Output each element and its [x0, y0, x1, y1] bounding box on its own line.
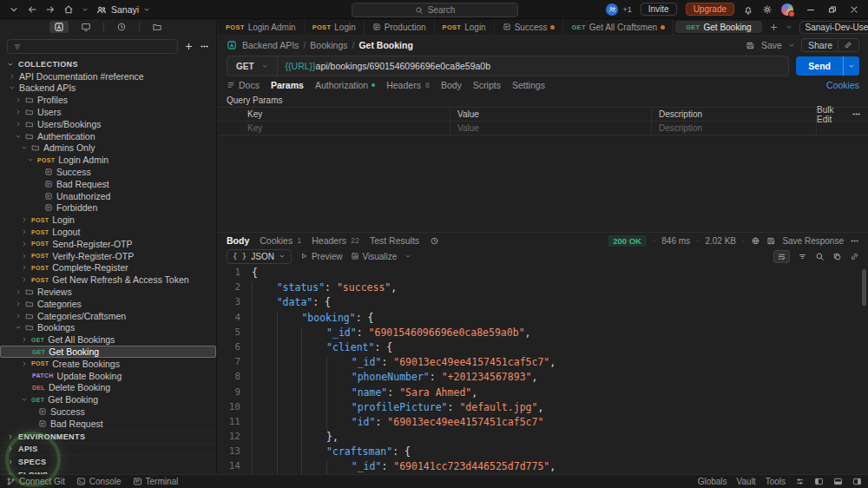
- tree-item[interactable]: Bad Request: [0, 418, 216, 430]
- sidebar-section-flows[interactable]: FLOWS: [0, 468, 216, 474]
- request-tab-headers[interactable]: Headers8: [386, 80, 430, 90]
- response-more-icon[interactable]: [850, 236, 859, 246]
- tree-item[interactable]: Bookings: [0, 322, 216, 334]
- tree-item[interactable]: POSTComplete-Register: [0, 262, 216, 274]
- tree-item[interactable]: Success: [0, 406, 216, 418]
- sidebar-section-apis[interactable]: APIS: [0, 443, 216, 456]
- sidebar-section-environments[interactable]: ENVIRONMENTS: [0, 430, 216, 443]
- sidebar-apis-icon[interactable]: [76, 21, 95, 33]
- response-code[interactable]: 1{2"status": "success",3"data": {4"booki…: [218, 264, 868, 474]
- sidebar-collections-icon[interactable]: [49, 21, 69, 33]
- tree-item[interactable]: Authentication: [0, 130, 216, 142]
- editor-tab[interactable]: POSTLogin: [305, 19, 365, 35]
- tree-item[interactable]: PATCHUpdate Booking: [0, 370, 216, 382]
- save-response-icon[interactable]: [766, 236, 776, 246]
- tree-item[interactable]: Users/Bookings: [0, 118, 216, 130]
- editor-tab[interactable]: Success: [495, 19, 564, 35]
- statusbar-connect-git[interactable]: Connect Git: [6, 477, 65, 486]
- sidebar-filter[interactable]: [7, 39, 178, 54]
- response-history-icon[interactable]: [430, 236, 439, 246]
- save-chevron-icon[interactable]: [788, 42, 795, 49]
- tree-item[interactable]: Bad Request: [0, 178, 216, 190]
- tree-item[interactable]: Forbidden: [0, 202, 216, 214]
- pane-splitter[interactable]: [218, 135, 868, 232]
- tree-item[interactable]: GETGet All Bookings: [0, 333, 216, 346]
- sidebar-section-collections[interactable]: COLLECTIONS: [0, 58, 216, 70]
- breadcrumb[interactable]: Backend APIs/Bookings/Get Booking: [242, 40, 413, 50]
- value-input[interactable]: Value: [450, 122, 652, 135]
- wrap-lines-icon[interactable]: [777, 252, 786, 261]
- tree-item[interactable]: Categories: [0, 298, 216, 310]
- global-search[interactable]: Search: [352, 3, 518, 17]
- save-icon[interactable]: [746, 41, 755, 50]
- new-tab-plus-icon[interactable]: [769, 23, 779, 32]
- statusbar-globals[interactable]: Globals: [698, 477, 727, 486]
- response-tab-headers[interactable]: Headers22: [312, 235, 359, 246]
- sidebar-section-specs[interactable]: SPECS: [0, 455, 216, 468]
- format-lines-icon[interactable]: [798, 252, 807, 261]
- send-button[interactable]: Send: [796, 56, 859, 76]
- visualize-button[interactable]: Visualize: [351, 252, 398, 261]
- description-input[interactable]: Description: [652, 122, 817, 135]
- save-button[interactable]: Save: [761, 40, 782, 50]
- tree-item[interactable]: POSTSend-Register-OTP: [0, 238, 216, 250]
- tree-item[interactable]: POSTGet New Refresh & Access Token: [0, 274, 216, 286]
- statusbar-tools[interactable]: Tools: [766, 477, 786, 486]
- request-tab-params[interactable]: Params: [271, 80, 304, 90]
- preview-button[interactable]: Preview: [299, 252, 343, 261]
- forward-icon[interactable]: [45, 4, 56, 15]
- response-tab-body[interactable]: Body: [227, 235, 249, 246]
- statusbar-vault[interactable]: Vault: [737, 477, 756, 486]
- tree-item[interactable]: Reviews: [0, 286, 216, 298]
- visualize-chevron-icon[interactable]: [404, 253, 411, 260]
- tab-options-chevron-icon[interactable]: [786, 23, 792, 30]
- request-tab-docs[interactable]: Docs: [227, 80, 260, 90]
- statusbar-terminal[interactable]: Terminal: [133, 477, 179, 486]
- workspace-switcher[interactable]: Sanayi: [96, 4, 150, 15]
- tree-item[interactable]: Success: [0, 166, 216, 178]
- invite-button[interactable]: Invite: [641, 3, 677, 16]
- key-input[interactable]: Key: [218, 122, 450, 135]
- editor-tab[interactable]: Production: [365, 19, 435, 35]
- sidebar-environments-icon[interactable]: [148, 21, 167, 33]
- params-more-icon[interactable]: [852, 109, 861, 119]
- home-button[interactable]: [63, 4, 89, 15]
- request-tab-body[interactable]: Body: [441, 80, 462, 90]
- search-response-icon[interactable]: [815, 252, 825, 261]
- tree-item[interactable]: POSTLogin: [0, 214, 216, 226]
- breadcrumb-item[interactable]: Bookings: [310, 40, 347, 50]
- tree-item[interactable]: Profiles: [0, 94, 216, 106]
- close-icon[interactable]: [849, 4, 859, 15]
- response-tab-cookies[interactable]: Cookies1: [260, 235, 301, 246]
- format-select[interactable]: { } JSON: [227, 249, 292, 264]
- tree-item[interactable]: Admins Only: [0, 142, 216, 155]
- panel-bottom-icon[interactable]: [833, 477, 843, 486]
- environment-selector[interactable]: Sanayi-Dev-User: [799, 21, 868, 34]
- runner-sliders-icon[interactable]: [795, 477, 805, 486]
- panel-left-icon[interactable]: [814, 477, 824, 486]
- notifications-bell-icon[interactable]: [743, 4, 753, 15]
- tree-item[interactable]: Unauthorized: [0, 190, 216, 202]
- editor-tab[interactable]: GETGet All Craftsmen: [563, 19, 674, 35]
- send-chevron-icon[interactable]: [848, 63, 855, 69]
- network-globe-icon[interactable]: [751, 236, 760, 246]
- restore-icon[interactable]: [827, 4, 838, 15]
- tree-item[interactable]: Categories/Craftsmen: [0, 310, 216, 322]
- breadcrumb-item[interactable]: Get Booking: [358, 40, 412, 50]
- tree-item[interactable]: POSTLogout: [0, 226, 216, 238]
- method-select[interactable]: GET: [227, 56, 278, 76]
- team-overflow-count[interactable]: +1: [622, 5, 631, 14]
- team-avatar[interactable]: [606, 3, 618, 16]
- response-tab-test-results[interactable]: Test Results: [370, 235, 419, 246]
- tree-item[interactable]: API Documentation #reference: [0, 70, 216, 82]
- sidebar-filter-input[interactable]: [26, 41, 172, 52]
- statusbar-console[interactable]: Console: [76, 477, 122, 486]
- copy-icon[interactable]: [832, 252, 842, 261]
- settings-gear-icon[interactable]: [762, 4, 773, 15]
- editor-tab[interactable]: POSTLogin Admin: [218, 19, 305, 35]
- tree-item[interactable]: GETGet Booking: [0, 346, 216, 358]
- tree-item[interactable]: POSTVerify-Register-OTP: [0, 250, 216, 262]
- sidebar-more-icon[interactable]: [200, 42, 209, 51]
- upgrade-button[interactable]: Upgrade: [686, 3, 734, 16]
- share-button[interactable]: Share: [801, 38, 859, 52]
